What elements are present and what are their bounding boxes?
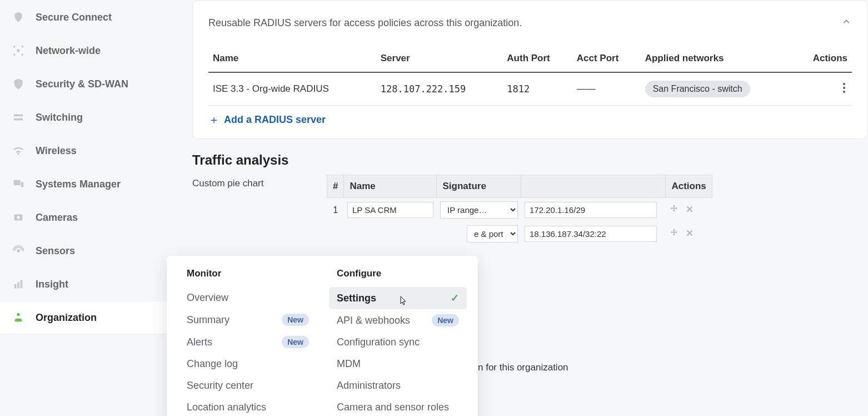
cell-name: ISE 3.3 - Org-wide RADIUS xyxy=(208,72,376,106)
nav-cameras[interactable]: Cameras xyxy=(2,201,176,234)
svg-rect-7 xyxy=(14,180,21,185)
nav-insight[interactable]: Insight xyxy=(2,268,176,300)
svg-rect-12 xyxy=(14,284,17,288)
col-actions: Actions xyxy=(794,45,852,72)
col-applied-networks: Applied networks xyxy=(641,45,794,72)
cell-num xyxy=(327,222,344,246)
fly-mdm[interactable]: MDM xyxy=(337,353,467,375)
nav-label: Organization xyxy=(36,312,97,324)
move-icon[interactable] xyxy=(669,204,679,214)
col-name: Name xyxy=(208,45,376,72)
check-icon: ✓ xyxy=(451,292,459,304)
fly-summary[interactable]: SummaryNew xyxy=(187,309,317,331)
fly-api-webhooks[interactable]: API & webhooksNew xyxy=(337,309,467,331)
nav-network-wide[interactable]: Network-wide xyxy=(2,34,176,67)
col-num: # xyxy=(327,175,344,198)
col-signature: Signature xyxy=(437,175,521,198)
nav-systems-manager[interactable]: Systems Manager xyxy=(2,168,176,200)
add-radius-link[interactable]: ＋ Add a RADIUS server xyxy=(208,112,326,127)
delete-icon[interactable] xyxy=(685,204,695,214)
col-auth-port: Auth Port xyxy=(502,45,572,72)
pie-signature-select[interactable]: IP range… xyxy=(440,201,518,219)
switch-icon xyxy=(12,111,24,123)
fly-settings[interactable]: Settings✓ xyxy=(329,287,467,309)
pie-value-input[interactable] xyxy=(525,226,657,242)
svg-point-4 xyxy=(22,54,24,56)
cell-applied-networks: San Francisco - switch xyxy=(641,72,794,106)
cell-auth-port: 1812 xyxy=(502,72,572,106)
nav-security-sdwan[interactable]: Security & SD-WAN xyxy=(2,68,176,100)
svg-point-11 xyxy=(17,249,20,252)
col-value xyxy=(521,175,666,198)
organization-flyout: Monitor Overview SummaryNew AlertsNew Ch… xyxy=(167,256,478,416)
radius-table: Name Server Auth Port Acct Port Applied … xyxy=(208,45,852,106)
nav-label: Network-wide xyxy=(36,45,101,57)
flyout-configure-head: Configure xyxy=(337,268,467,279)
new-badge: New xyxy=(432,314,459,326)
traffic-subhead: Custom pie chart xyxy=(192,178,303,189)
fly-change-log[interactable]: Change log xyxy=(187,353,317,375)
add-radius-label: Add a RADIUS server xyxy=(224,114,326,126)
pie-signature-select[interactable]: e & port… xyxy=(467,225,518,242)
org-icon xyxy=(12,311,24,324)
nav-label: Security & SD-WAN xyxy=(36,78,128,90)
network-chip[interactable]: San Francisco - switch xyxy=(645,81,750,97)
traffic-section: Traffic analysis Custom pie chart # Name… xyxy=(192,152,868,246)
col-server: Server xyxy=(376,45,503,72)
fly-overview[interactable]: Overview xyxy=(187,287,317,309)
svg-rect-6 xyxy=(14,118,23,121)
fly-alerts[interactable]: AlertsNew xyxy=(187,331,317,353)
pie-name-input[interactable] xyxy=(347,202,433,218)
row-actions-menu[interactable] xyxy=(841,82,847,97)
flyout-monitor-head: Monitor xyxy=(187,268,317,279)
svg-point-2 xyxy=(22,46,24,48)
svg-point-18 xyxy=(843,91,845,93)
delete-icon[interactable] xyxy=(685,228,695,238)
fly-config-sync[interactable]: Configuration sync xyxy=(337,331,467,353)
camera-icon xyxy=(12,211,24,224)
col-acct-port: Acct Port xyxy=(572,45,641,72)
nav-sensors[interactable]: Sensors xyxy=(2,235,176,267)
sidebar: Secure Connect Network-wide Security & S… xyxy=(0,0,176,416)
svg-rect-8 xyxy=(21,182,24,187)
nav-label: Insight xyxy=(36,279,68,290)
collapse-icon[interactable] xyxy=(841,16,852,29)
nav-label: Systems Manager xyxy=(36,179,121,190)
svg-point-3 xyxy=(13,54,16,56)
wifi-icon xyxy=(12,145,24,157)
nav-label: Secure Connect xyxy=(36,12,112,23)
svg-point-1 xyxy=(13,46,16,48)
pie-table: # Name Signature Actions 1 xyxy=(327,175,712,246)
radius-description: Reusable RADIUS servers for access polic… xyxy=(208,17,522,29)
nav-wireless[interactable]: Wireless xyxy=(2,135,176,167)
cell-acct-port: —— xyxy=(572,72,641,106)
traffic-title: Traffic analysis xyxy=(192,152,868,168)
pie-value-input[interactable] xyxy=(525,202,657,218)
network-icon xyxy=(12,44,24,57)
new-badge: New xyxy=(282,336,309,348)
bars-icon xyxy=(12,278,24,290)
move-icon[interactable] xyxy=(669,228,679,238)
fly-security-center[interactable]: Security center xyxy=(187,375,317,397)
fly-camera-sensor-roles[interactable]: Camera and sensor roles xyxy=(337,397,467,416)
nav-switching[interactable]: Switching xyxy=(2,101,176,133)
svg-point-0 xyxy=(17,49,20,52)
cell-server: 128.107.222.159 xyxy=(376,72,503,106)
nav-organization[interactable]: Organization xyxy=(0,301,176,334)
cell-num: 1 xyxy=(327,198,344,222)
partial-text: n for this organization xyxy=(478,362,568,373)
plus-icon: ＋ xyxy=(208,112,220,127)
svg-point-17 xyxy=(843,87,845,89)
flyout-monitor-col: Monitor Overview SummaryNew AlertsNew Ch… xyxy=(167,268,328,416)
pie-row: e & port… xyxy=(327,222,712,246)
nav-label: Switching xyxy=(36,112,83,123)
svg-point-16 xyxy=(843,83,845,85)
col-name: Name xyxy=(344,175,437,198)
fly-administrators[interactable]: Administrators xyxy=(337,375,467,397)
radius-card: Reusable RADIUS servers for access polic… xyxy=(192,0,868,139)
fly-location-analytics[interactable]: Location analytics xyxy=(187,397,317,416)
svg-point-10 xyxy=(17,216,20,219)
svg-rect-13 xyxy=(17,282,19,288)
nav-secure-connect[interactable]: Secure Connect xyxy=(2,1,176,33)
new-badge: New xyxy=(282,314,309,326)
